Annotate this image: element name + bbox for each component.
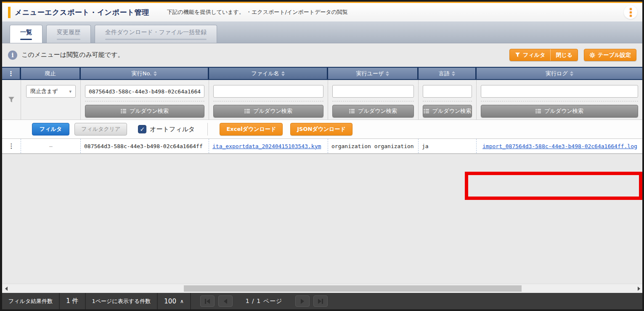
tab-change-history-label: 変更履歴 [57, 29, 80, 36]
table-settings-button[interactable]: テーブル設定 [584, 49, 636, 61]
language-pulldown-search-button[interactable]: プルダウン検索 [423, 105, 472, 117]
last-page-icon [318, 299, 321, 304]
tab-bulk-download-upload[interactable]: 全件ダウンロード・ファイル一括登録 [95, 25, 217, 43]
list-icon [121, 109, 127, 114]
filter-action-row: フィルタ フィルタクリア ✓ オートフィルタ Excelダウンロード JSONダ… [2, 120, 642, 139]
tab-active-indicator [20, 39, 32, 40]
sort-icon[interactable] [386, 71, 389, 76]
exec-log-filter-input[interactable] [481, 85, 638, 98]
file-download-link[interactable]: ita_exportdata_20240415103543.kym [212, 143, 321, 149]
file-name-pulldown-search-button[interactable]: プルダウン検索 [213, 105, 323, 117]
filter-result-count: 1 件 [60, 293, 85, 309]
footer-bar: フィルタ結果件数 1 件 1ページに表示する件数 100 ∧ 1 / 1 ページ [2, 293, 642, 309]
filter-close-button[interactable]: 閉じる [550, 49, 578, 61]
first-page-icon [205, 299, 206, 304]
filter-cell-file-name: プルダウン検索 [209, 80, 328, 120]
exec-user-filter-input[interactable] [332, 85, 414, 98]
discard-filter-select[interactable]: 廃止含まず ▾ [26, 85, 76, 98]
kebab-menu-icon [630, 8, 632, 10]
tab-bar: 一覧 変更履歴 全件ダウンロード・ファイル一括登録 [2, 21, 642, 43]
page-description: 下記の機能を提供しています。 ・エクスポート/インポートデータの閲覧 [167, 8, 348, 16]
sort-icon[interactable] [281, 71, 285, 76]
row-menu-header-cell: ⋮ [2, 68, 21, 79]
json-download-button[interactable]: JSONダウンロード [290, 123, 352, 136]
sort-icon[interactable] [154, 71, 157, 76]
discard-filter-value: 廃止含まず [30, 88, 58, 95]
exec-user-pulldown-search-button[interactable]: プルダウン検索 [332, 105, 414, 117]
sort-icon[interactable] [570, 71, 573, 76]
next-page-button[interactable] [295, 295, 310, 307]
gear-icon [589, 52, 595, 58]
page-menu-button[interactable] [624, 5, 637, 19]
filter-open-label: フィルタ [523, 51, 545, 59]
chevron-up-icon: ∧ [180, 298, 184, 304]
tab-change-history[interactable]: 変更履歴 [46, 25, 91, 43]
column-header-exec-log[interactable]: 実行ログ [477, 68, 642, 79]
filter-clear-button[interactable]: フィルタクリア [74, 123, 127, 136]
auto-filter-checkbox-wrap[interactable]: ✓ オートフィルタ [138, 125, 195, 133]
scroll-left-arrow-icon[interactable] [5, 287, 8, 291]
excel-download-button[interactable]: Excelダウンロード [220, 123, 283, 136]
page-size-selector[interactable]: 100 ∧ [158, 293, 191, 309]
kebab-icon: ⋮ [8, 142, 15, 150]
title-accent-bar [8, 7, 11, 18]
exec-log-pulldown-search-button[interactable]: プルダウン検索 [481, 105, 638, 117]
filter-apply-button[interactable]: フィルタ [32, 123, 69, 136]
column-header-exec-no[interactable]: 実行No. [81, 68, 209, 79]
tab-list[interactable]: 一覧 [10, 25, 42, 43]
horizontal-scrollbar[interactable] [2, 284, 642, 293]
table-settings-label: テーブル設定 [598, 51, 631, 59]
info-bar: i このメニューは閲覧のみ可能です。 フィルタ 閉じる [2, 43, 642, 66]
kebab-icon: ⋮ [8, 70, 14, 77]
filter-open-button[interactable]: フィルタ [510, 49, 550, 61]
column-header-file-name[interactable]: ファイル名 [209, 68, 328, 79]
tab-bulk-download-upload-label: 全件ダウンロード・ファイル一括登録 [105, 29, 207, 36]
filter-cell-exec-log: プルダウン検索 [477, 80, 642, 120]
page: メニューエクスポート・インポート管理 下記の機能を提供しています。 ・エクスポー… [2, 2, 642, 309]
page-indicator: 1 / 1 ページ [246, 298, 283, 305]
filter-funnel-cell [2, 80, 21, 120]
content-area: i このメニューは閲覧のみ可能です。 フィルタ 閉じる [2, 43, 642, 284]
list-icon [424, 109, 429, 114]
filter-cell-language: プルダウン検索 [419, 80, 477, 120]
cell-file-name: ita_exportdata_20240415103543.kym [209, 139, 328, 153]
check-icon: ✓ [140, 126, 145, 133]
exec-log-download-link[interactable]: import_087564d3-588c-44e3-b498-02c64a166… [482, 143, 637, 149]
cell-exec-no: 087564d3-588c-44e3-b498-02c64a1664ff [81, 139, 209, 153]
page-title: メニューエクスポート・インポート管理 [15, 8, 149, 17]
tab-indicator [105, 39, 207, 40]
cell-language: ja [419, 139, 477, 153]
exec-no-filter-input[interactable] [85, 85, 204, 98]
sort-icon[interactable] [452, 71, 455, 76]
scroll-right-arrow-icon[interactable] [638, 287, 640, 291]
column-header-language[interactable]: 言語 [419, 68, 477, 79]
column-header-exec-user[interactable]: 実行ユーザ [328, 68, 419, 79]
prev-page-button[interactable] [218, 295, 233, 307]
table-row: ⋮ — 087564d3-588c-44e3-b498-02c64a1664ff… [2, 139, 642, 154]
filter-cell-exec-no: プルダウン検索 [81, 80, 209, 120]
prev-page-icon [224, 299, 227, 304]
filter-cell-exec-user: プルダウン検索 [328, 80, 419, 120]
cell-exec-user: organization organization [328, 139, 419, 153]
filter-cell-discard: 廃止含まず ▾ [21, 80, 81, 120]
readonly-message: このメニューは閲覧のみ可能です。 [21, 51, 124, 59]
info-icon: i [8, 51, 17, 60]
exec-no-pulldown-search-button[interactable]: プルダウン検索 [85, 105, 204, 117]
auto-filter-label: オートフィルタ [150, 125, 195, 133]
filter-toggle-button-group: フィルタ 閉じる [509, 49, 578, 61]
highlight-red-box [465, 172, 642, 200]
auto-filter-checkbox[interactable]: ✓ [138, 125, 146, 133]
filter-row: 廃止含まず ▾ プルダウン検索 [2, 80, 642, 120]
funnel-icon [8, 96, 15, 103]
first-page-button[interactable] [200, 295, 215, 307]
row-menu-cell[interactable]: ⋮ [2, 139, 21, 153]
file-name-filter-input[interactable] [213, 85, 323, 98]
column-header-discard[interactable]: 廃止 [21, 68, 81, 79]
page-size-label: 1ページに表示する件数 [86, 293, 158, 309]
scrollbar-thumb[interactable] [184, 285, 522, 292]
last-page-button[interactable] [313, 295, 328, 307]
tab-indicator [57, 39, 80, 40]
language-filter-input[interactable] [423, 85, 472, 98]
app-header: メニューエクスポート・インポート管理 下記の機能を提供しています。 ・エクスポー… [2, 3, 642, 21]
next-page-icon [301, 299, 304, 304]
